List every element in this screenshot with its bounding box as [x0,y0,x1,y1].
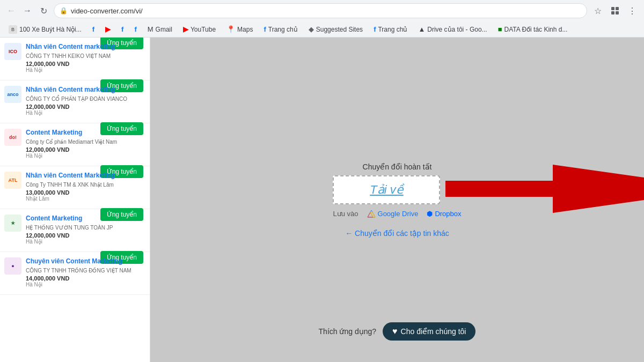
apply-button-2[interactable]: Ứng tuyển [100,122,143,135]
apply-button-4[interactable]: Ứng tuyển [100,208,143,221]
bookmark-fb1[interactable]: f [88,24,99,34]
maps-icon: 📍 [226,25,235,33]
job-location-2: Hà Nội [26,153,143,159]
svg-rect-1 [616,7,619,10]
back-button[interactable]: ← [4,4,18,18]
company-name-3: Công Ty TNHH TM & XNK Nhật Lâm [26,181,143,188]
bookmark-fb2[interactable]: f [117,24,128,34]
extension-button[interactable] [608,3,623,18]
company-name-4: HỆ THỐNG VƯỜN TUNG TOÀN JP [26,224,143,231]
job-card: ATL Nhân viên Content Marketing Ứng tuyể… [0,166,150,209]
job-salary-2: 12,000,000 VND [26,146,143,153]
forward-button[interactable]: → [20,4,34,18]
job-card: ● Chuyên viên Content Marketing Ứng tuyể… [0,252,150,295]
heart-icon: ♥ [392,327,398,336]
facebook-icon-3: f [134,25,136,33]
youtube-icon: ▶ [183,25,188,33]
bookmarks-bar: B 100 Xe Buýt Hà Nội... f ▶ f f M Gmail … [0,21,644,38]
url-text: video-converter.com/vi/ [71,7,143,15]
bookmark-yt-red[interactable]: ▶ [101,24,115,34]
bookmark-trangchu1[interactable]: f Trang chủ [259,24,302,34]
rate-btn-label: Cho điểm chúng tôi [401,327,466,336]
rate-button[interactable]: ♥ Cho điểm chúng tôi [383,322,475,341]
facebook-icon-2: f [121,25,123,33]
job-salary-0: 12,000,000 VND [26,61,143,67]
svg-marker-5 [368,210,375,217]
bookmark-maps[interactable]: 📍 Maps [222,24,257,34]
job-logo-2: do! [4,129,21,146]
suggested-icon: ◆ [309,25,314,33]
job-card: ★ Content Marketing Ứng tuyển HỆ THỐNG V… [0,209,150,252]
job-location-1: Hà Nội [26,110,143,116]
converter-area: Chuyển đổi hoàn tất Tải về Lưu vào [150,38,644,362]
bookmark-youtube[interactable]: ▶ YouTube [179,24,220,34]
company-name-1: CÔNG TY CỔ PHẦN TẬP ĐOÀN VIANCO [26,95,143,102]
bookmark-star-button[interactable]: ☆ [590,3,605,18]
gmail-icon: M [148,25,153,33]
google-drive-link[interactable]: Google Drive [367,210,419,218]
job-location-0: Hà Nội [26,67,143,73]
company-name-5: CÔNG TY TNHH TRỒNG ĐỒNG VIỆT NAM [26,267,143,274]
svg-rect-2 [611,11,614,14]
job-sidebar: ICO Nhân viên Content marketing Ứng tuyể… [0,38,150,362]
job-logo-4: ★ [4,215,21,232]
facebook-icon-1: f [92,25,94,33]
google-drive-label: Google Drive [378,210,419,218]
job-logo-0: ICO [4,43,21,60]
save-label: Lưu vào [333,210,358,218]
job-card: do! Content Marketing Ứng tuyển Công ty … [0,123,150,166]
job-salary-1: 12,000,000 VND [26,104,143,110]
svg-rect-3 [616,11,619,14]
youtube-red-icon: ▶ [105,25,111,33]
data-icon: ■ [498,25,502,33]
rating-label: Thích ứng dụng? [319,327,377,336]
main-content: ICO Nhân viên Content marketing Ứng tuyể… [0,38,644,362]
browser-chrome: ← → ↻ 🔒 video-converter.com/vi/ ☆ ⋮ B 10… [0,0,644,38]
svg-marker-4 [445,165,644,213]
complete-label: Chuyển đổi hoàn tất [333,162,461,171]
job-location-4: Hà Nội [26,239,143,245]
bookmark-icon-100xe: B [9,25,17,34]
conversion-complete: Chuyển đổi hoàn tất Tải về Lưu vào [333,162,461,238]
facebook-icon-5: f [374,25,376,33]
red-arrow-svg [445,165,644,213]
convert-more-link[interactable]: ← Chuyển đổi các tập tin khác [333,229,461,238]
toolbar-actions: ☆ ⋮ [590,3,640,18]
refresh-button[interactable]: ↻ [36,4,50,18]
download-button[interactable]: Tải về [333,175,440,204]
rating-section: Thích ứng dụng? ♥ Cho điểm chúng tôi [319,322,476,341]
menu-button[interactable]: ⋮ [625,3,640,18]
bookmark-trangchu2[interactable]: f Trang chủ [369,24,412,34]
job-card: ICO Nhân viên Content marketing Ứng tuyể… [0,38,150,80]
nav-buttons: ← → ↻ [4,4,50,18]
save-options: Lưu vào Google Drive ⬢ Dropbox [333,210,461,218]
bookmark-drive[interactable]: ▲ Drive của tôi - Goo... [414,24,491,34]
svg-marker-6 [368,212,373,217]
job-location-5: Hà Nội [26,282,143,287]
job-logo-1: anco [4,86,21,103]
svg-marker-7 [370,212,375,217]
drive-icon: ▲ [418,25,425,33]
bookmark-gmail[interactable]: M Gmail [143,24,177,34]
svg-rect-0 [611,7,614,10]
job-salary-4: 12,000,000 VND [26,232,143,239]
job-logo-3: ATL [4,172,21,189]
bookmark-data[interactable]: ■ DATA Đối tác Kinh d... [494,24,572,34]
google-drive-icon [367,210,376,218]
address-bar[interactable]: 🔒 video-converter.com/vi/ [54,3,587,18]
facebook-icon-4: f [264,25,266,33]
company-name-2: Công ty Cổ phần Mediamart Việt Nam [26,138,143,145]
job-salary-3: 13,000,000 VND [26,189,143,196]
bookmark-fb3[interactable]: f [130,24,141,34]
bookmark-suggested[interactable]: ◆ Suggested Sites [304,24,367,34]
arrow-container [445,165,644,215]
bookmark-100xe[interactable]: B 100 Xe Buýt Hà Nội... [4,24,86,35]
job-logo-5: ● [4,257,21,275]
job-location-3: Nhật Lâm [26,196,143,202]
browser-toolbar: ← → ↻ 🔒 video-converter.com/vi/ ☆ ⋮ [0,0,644,21]
job-salary-5: 14,000,000 VND [26,275,143,282]
dropbox-icon: ⬢ [427,210,433,218]
job-card: anco Nhân viên Content marketing Ứng tuy… [0,80,150,123]
lock-icon: 🔒 [60,7,68,14]
company-name-0: CÔNG TY TNHH KEIKO VIỆT NAM [26,53,143,60]
